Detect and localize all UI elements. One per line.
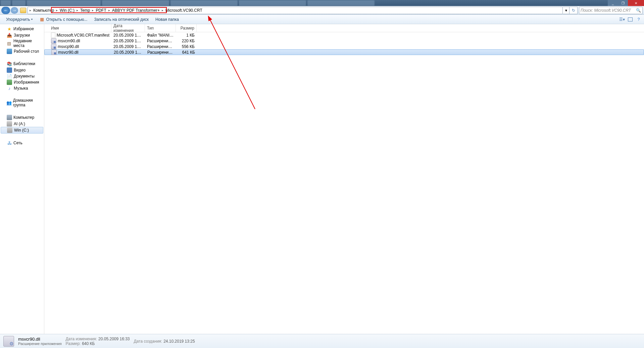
minimize-button[interactable]: _ bbox=[608, 0, 618, 6]
sidebar-item-drive-a[interactable]: AI (A:) bbox=[0, 121, 44, 127]
file-row[interactable]: msvcp90.dll20.05.2009 16:33Расширение пр… bbox=[44, 44, 644, 49]
file-size: 1 КБ bbox=[176, 33, 197, 38]
organize-label: Упорядочить bbox=[6, 17, 30, 22]
libraries-icon: 📚 bbox=[7, 61, 12, 66]
back-button[interactable]: ← bbox=[1, 7, 10, 14]
crumb-temp[interactable]: Temp bbox=[79, 7, 91, 14]
downloads-icon: 📥 bbox=[7, 33, 12, 38]
file-type: Расширение при... bbox=[145, 39, 176, 43]
file-row[interactable]: msvcm90.dll20.05.2009 16:33Расширение пр… bbox=[44, 38, 644, 44]
sidebar-item-music[interactable]: ♪Музыка bbox=[0, 85, 44, 91]
help-icon[interactable]: ? bbox=[636, 17, 641, 22]
sidebar-libraries-label: Библиотеки bbox=[13, 61, 35, 66]
column-type[interactable]: Тип bbox=[145, 24, 176, 32]
chevron-icon[interactable]: ▸ bbox=[161, 8, 164, 12]
search-input[interactable]: Поиск: Microsoft.VC90.CRT 🔍 bbox=[579, 7, 643, 14]
computer-icon bbox=[7, 115, 12, 120]
file-type: Расширение при... bbox=[145, 44, 176, 49]
chevron-icon[interactable]: ▸ bbox=[29, 8, 32, 12]
search-icon[interactable]: 🔍 bbox=[636, 8, 641, 13]
crumb-pdft[interactable]: PDFT bbox=[95, 7, 107, 14]
maximize-button[interactable]: ❐ bbox=[618, 0, 628, 6]
tab-blur[interactable] bbox=[239, 0, 306, 6]
homegroup-icon: 👥 bbox=[6, 100, 12, 105]
browser-tabs-bar: _ ❐ ✕ bbox=[0, 0, 644, 6]
star-icon: ★ bbox=[7, 26, 12, 32]
folder-icon bbox=[20, 8, 26, 13]
sidebar-item-desktop[interactable]: Рабочий стол bbox=[0, 48, 44, 54]
main-area: ★ Избранное 📥Загрузки ▧Недавние места Ра… bbox=[0, 24, 644, 334]
breadcrumb[interactable]: ▸ Компьютер ▸ Win (C:) ▸ Temp ▸ PDFT ▸ A… bbox=[28, 7, 563, 14]
close-button[interactable]: ✕ bbox=[628, 0, 644, 6]
chevron-icon[interactable]: ▸ bbox=[55, 8, 59, 12]
tab-blur[interactable] bbox=[12, 0, 26, 6]
new-folder-button[interactable]: Новая папка bbox=[152, 15, 182, 24]
sidebar-item-label: Документы bbox=[14, 74, 35, 79]
sidebar-favorites-header[interactable]: ★ Избранное bbox=[0, 26, 44, 32]
sidebar-homegroup-header[interactable]: 👥 Домашняя группа bbox=[0, 97, 44, 108]
tab-blur[interactable] bbox=[102, 0, 169, 6]
column-size[interactable]: Размер bbox=[176, 24, 197, 32]
sidebar-computer-header[interactable]: Компьютер bbox=[0, 114, 44, 121]
crumb-drive[interactable]: Win (C:) bbox=[59, 7, 76, 14]
search-placeholder: Поиск: Microsoft.VC90.CRT bbox=[581, 8, 631, 13]
chevron-icon[interactable]: ▸ bbox=[76, 8, 79, 12]
preview-pane-icon[interactable] bbox=[628, 17, 633, 21]
tab-blur[interactable] bbox=[307, 0, 375, 6]
tab-blur[interactable] bbox=[1, 0, 11, 6]
tab-blur[interactable] bbox=[170, 0, 238, 6]
sidebar-item-recent[interactable]: ▧Недавние места bbox=[0, 38, 44, 48]
burn-button[interactable]: Записать на оптический диск bbox=[91, 15, 152, 24]
navigation-bar: ← → ▸ Компьютер ▸ Win (C:) ▸ Temp ▸ PDFT… bbox=[0, 6, 644, 15]
details-size-value: 640 КБ bbox=[82, 341, 95, 346]
column-date[interactable]: Дата изменения bbox=[111, 24, 145, 32]
drive-icon bbox=[7, 121, 12, 127]
file-name: msvcp90.dll bbox=[58, 44, 79, 49]
sidebar-item-video[interactable]: Видео bbox=[0, 67, 44, 73]
chevron-icon[interactable]: ▸ bbox=[107, 8, 111, 12]
sidebar-item-images[interactable]: Изображения bbox=[0, 79, 44, 85]
sidebar-item-label: Музыка bbox=[14, 86, 28, 91]
view-options-icon[interactable]: ☰▾ bbox=[619, 17, 625, 22]
sidebar-item-label: Недавние места bbox=[13, 39, 42, 48]
crumb-current[interactable]: Microsoft.VC90.CRT bbox=[164, 7, 203, 14]
sidebar-network-header[interactable]: 🖧 Сеть bbox=[0, 140, 44, 146]
file-name: Microsoft.VC90.CRT.manifest bbox=[57, 33, 109, 38]
recent-icon: ▧ bbox=[7, 41, 12, 46]
images-icon bbox=[7, 80, 12, 85]
sidebar-libraries-header[interactable]: 📚 Библиотеки bbox=[0, 60, 44, 67]
crumb-computer[interactable]: Компьютер bbox=[32, 7, 55, 14]
file-date: 20.05.2009 16:33 bbox=[111, 44, 145, 49]
open-icon: ▦ bbox=[39, 17, 45, 22]
crumb-abbyy[interactable]: ABBYY PDF Transformer+ bbox=[111, 7, 161, 14]
address-dropdown[interactable]: ▾ bbox=[563, 7, 569, 14]
file-icon bbox=[51, 44, 56, 49]
forward-button[interactable]: → bbox=[11, 7, 18, 14]
documents-icon: 📄 bbox=[7, 73, 12, 79]
sidebar-item-drive-c[interactable]: Win (C:) bbox=[1, 127, 43, 134]
desktop-icon bbox=[7, 49, 12, 54]
file-icon bbox=[51, 38, 56, 44]
chevron-icon[interactable]: ▸ bbox=[91, 8, 95, 12]
file-date: 20.05.2009 16:33 bbox=[111, 39, 145, 43]
refresh-button[interactable]: ↻ bbox=[569, 7, 578, 14]
sidebar-item-downloads[interactable]: 📥Загрузки bbox=[0, 32, 44, 38]
tab-blur[interactable] bbox=[27, 0, 101, 6]
details-datecreated-label: Дата создания: bbox=[134, 339, 162, 344]
video-icon bbox=[7, 67, 12, 73]
sidebar-item-label: Загрузки bbox=[14, 33, 30, 38]
file-row[interactable]: msvcr90.dll20.05.2009 16:33Расширение пр… bbox=[44, 49, 644, 55]
file-size: 556 КБ bbox=[176, 44, 197, 49]
file-size: 220 КБ bbox=[176, 39, 197, 43]
file-row[interactable]: Microsoft.VC90.CRT.manifest20.05.2009 16… bbox=[44, 32, 644, 38]
sidebar-favorites-label: Избранное bbox=[13, 27, 34, 31]
sidebar-network-label: Сеть bbox=[13, 141, 22, 145]
open-with-button[interactable]: ▦ Открыть с помощью... bbox=[36, 15, 91, 24]
drive-icon bbox=[7, 128, 12, 133]
file-icon bbox=[51, 33, 55, 38]
column-name[interactable]: Имя bbox=[44, 24, 111, 32]
sidebar-item-documents[interactable]: 📄Документы bbox=[0, 73, 44, 79]
organize-button[interactable]: Упорядочить ▾ bbox=[3, 15, 36, 24]
window-controls: _ ❐ ✕ bbox=[608, 0, 644, 6]
file-icon bbox=[51, 50, 57, 55]
